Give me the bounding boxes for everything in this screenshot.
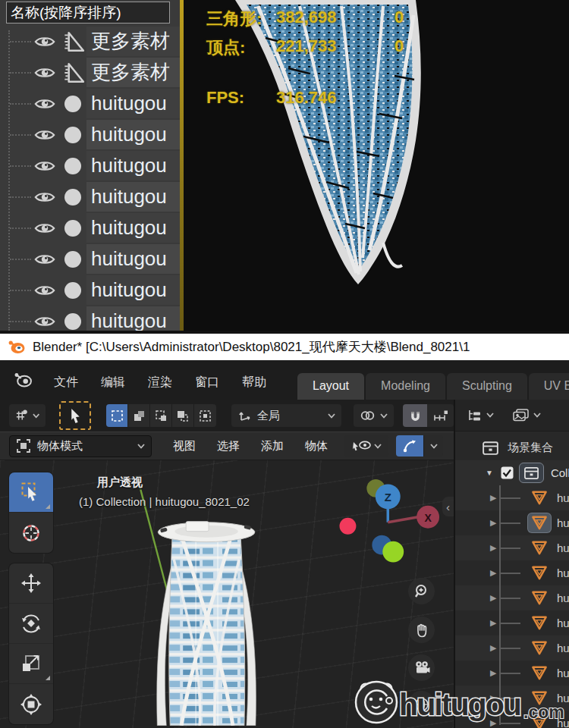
menu-item[interactable]: 帮助 bbox=[231, 370, 278, 395]
list-item[interactable]: huitugou bbox=[0, 243, 180, 275]
window-titlebar[interactable]: Blender* [C:\Users\Administrator\Desktop… bbox=[0, 334, 569, 360]
show-gizmo-toggle[interactable] bbox=[396, 435, 423, 457]
menu-item[interactable]: 渲染 bbox=[137, 370, 184, 395]
mesh-object-label[interactable]: huitugou bbox=[557, 566, 569, 579]
eye-visibility-icon[interactable] bbox=[32, 278, 58, 303]
list-item-label[interactable]: huitugou bbox=[91, 275, 180, 306]
list-item-label[interactable]: huitugou bbox=[91, 150, 180, 181]
list-item-label[interactable]: huitugou bbox=[91, 88, 180, 119]
visibility-dropdown[interactable] bbox=[344, 435, 388, 457]
outliner-display-mode-dropdown[interactable] bbox=[467, 409, 494, 422]
expand-arrow-icon[interactable]: ▶ bbox=[490, 592, 496, 602]
cursor-tool[interactable] bbox=[9, 513, 53, 553]
sidebar-collapse-arrow[interactable]: ‹ bbox=[442, 497, 454, 516]
list-item-label[interactable]: 更多素材 bbox=[91, 57, 180, 88]
expand-arrow-icon[interactable]: ▶ bbox=[490, 542, 496, 552]
mesh-object-label[interactable]: huitugou bbox=[557, 592, 569, 604]
outliner-sort-header[interactable]: 名称(按降序排序) bbox=[6, 2, 170, 24]
eye-visibility-icon[interactable] bbox=[32, 153, 58, 179]
move-tool[interactable] bbox=[9, 563, 53, 604]
rotate-tool[interactable] bbox=[9, 604, 53, 644]
select-mode-extend[interactable] bbox=[128, 404, 150, 427]
eye-visibility-icon[interactable] bbox=[32, 246, 58, 272]
menu-item[interactable]: 窗口 bbox=[184, 370, 231, 395]
mesh-object-label[interactable]: huitugou bbox=[557, 617, 569, 629]
mesh-data-icon[interactable] bbox=[528, 613, 551, 632]
eye-visibility-icon[interactable] bbox=[32, 60, 58, 86]
mesh-object-row[interactable]: ▶ huitugou bbox=[455, 610, 569, 635]
top-viewport[interactable]: 三角形: 382,698 0 顶点: 221,733 0 FPS: 316.74… bbox=[184, 0, 569, 331]
list-item[interactable]: huitugou bbox=[0, 181, 180, 212]
workspace-tab[interactable]: Layout bbox=[297, 373, 364, 400]
viewport-menu-item[interactable]: 视图 bbox=[162, 435, 206, 457]
list-item-label[interactable]: huitugou bbox=[91, 181, 180, 212]
expand-arrow-icon[interactable]: ▶ bbox=[490, 642, 496, 652]
list-item[interactable]: huitugou bbox=[0, 88, 180, 119]
expand-arrow-icon[interactable]: ▶ bbox=[490, 617, 496, 627]
mesh-object-row[interactable]: ▶ huitugou bbox=[455, 510, 569, 535]
viewport-menu-item[interactable]: 物体 bbox=[294, 435, 338, 457]
mesh-data-icon[interactable] bbox=[528, 538, 551, 557]
zoom-button[interactable] bbox=[408, 578, 435, 604]
transform-orientation-dropdown[interactable]: 全局 bbox=[231, 404, 341, 427]
mesh-object-row[interactable]: ▶ huitugou bbox=[455, 635, 569, 661]
select-mode-new[interactable] bbox=[106, 404, 128, 427]
viewport-menu-item[interactable]: 添加 bbox=[250, 435, 294, 457]
mesh-object-label[interactable]: huitugou bbox=[557, 516, 569, 529]
mesh-data-icon[interactable] bbox=[528, 639, 551, 657]
mesh-object-label[interactable]: huitugou bbox=[557, 491, 569, 504]
magnet-snap-toggle[interactable] bbox=[403, 404, 428, 427]
eye-visibility-icon[interactable] bbox=[32, 29, 58, 55]
list-item-label[interactable]: huitugou bbox=[91, 119, 180, 150]
eye-visibility-icon[interactable] bbox=[32, 215, 58, 241]
blender-menu-logo-icon[interactable] bbox=[14, 372, 33, 391]
collection-checkbox[interactable] bbox=[501, 466, 514, 479]
menu-item[interactable]: 编辑 bbox=[90, 370, 137, 395]
select-mode-subtract[interactable] bbox=[150, 404, 172, 427]
eye-visibility-icon[interactable] bbox=[32, 122, 58, 148]
list-item[interactable]: 更多素材 bbox=[0, 57, 180, 88]
mesh-object-row[interactable]: ▶ huitugou bbox=[455, 535, 569, 560]
menu-item[interactable]: 文件 bbox=[42, 370, 90, 395]
editor-type-selector[interactable] bbox=[9, 404, 46, 427]
list-item-label[interactable]: huitugou bbox=[91, 243, 180, 275]
mesh-object-label[interactable]: huitugou bbox=[557, 642, 569, 654]
select-mode-intersect[interactable] bbox=[194, 404, 216, 427]
expand-arrow-icon[interactable]: ▶ bbox=[490, 492, 496, 502]
mesh-data-icon[interactable] bbox=[528, 488, 551, 507]
select-box-tool[interactable] bbox=[9, 472, 53, 513]
list-item[interactable]: huitugou bbox=[0, 306, 180, 331]
eye-visibility-icon[interactable] bbox=[32, 309, 58, 331]
expand-arrow-icon[interactable]: ▶ bbox=[490, 517, 496, 527]
mesh-object-row[interactable]: ▶ huitugou bbox=[455, 485, 569, 510]
list-item[interactable]: huitugou bbox=[0, 150, 180, 181]
mesh-object-label[interactable]: huitugou bbox=[557, 541, 569, 554]
workspace-tab[interactable]: UV Editing bbox=[529, 373, 569, 400]
mesh-object-row[interactable]: ▶ huitugou bbox=[455, 585, 569, 610]
mesh-data-icon[interactable] bbox=[528, 513, 551, 532]
expand-arrow-icon[interactable]: ▶ bbox=[490, 667, 496, 677]
list-item-label[interactable]: 更多素材 bbox=[91, 26, 180, 57]
list-item[interactable]: huitugou bbox=[0, 119, 180, 150]
pan-button[interactable] bbox=[408, 617, 435, 643]
viewport-menu-item[interactable]: 选择 bbox=[206, 435, 250, 457]
proportional-editing-toggle[interactable] bbox=[427, 404, 454, 427]
mesh-data-icon[interactable] bbox=[528, 563, 551, 582]
outliner-filter-dropdown[interactable] bbox=[512, 408, 541, 422]
select-mode-invert[interactable] bbox=[172, 404, 194, 427]
interaction-mode-dropdown[interactable]: 物体模式 bbox=[9, 435, 152, 457]
eye-visibility-icon[interactable] bbox=[32, 91, 58, 117]
list-item-label[interactable]: huitugou bbox=[91, 212, 180, 243]
scale-tool[interactable] bbox=[9, 644, 53, 684]
collection-row[interactable]: ▼ Collection bbox=[455, 460, 569, 485]
mesh-object-row[interactable]: ▶ huitugou bbox=[455, 560, 569, 585]
active-tool-select-box[interactable] bbox=[59, 401, 91, 430]
mesh-data-icon[interactable] bbox=[528, 588, 551, 607]
camera-view-button[interactable] bbox=[408, 654, 435, 681]
scene-collection-row[interactable]: 场景集合 bbox=[455, 435, 569, 460]
transform-tool[interactable] bbox=[9, 684, 53, 724]
list-item[interactable]: huitugou bbox=[0, 212, 180, 243]
list-item[interactable]: 更多素材 bbox=[0, 26, 180, 57]
gizmo-dropdown[interactable] bbox=[423, 435, 443, 457]
workspace-tab[interactable]: Sculpting bbox=[447, 373, 527, 400]
